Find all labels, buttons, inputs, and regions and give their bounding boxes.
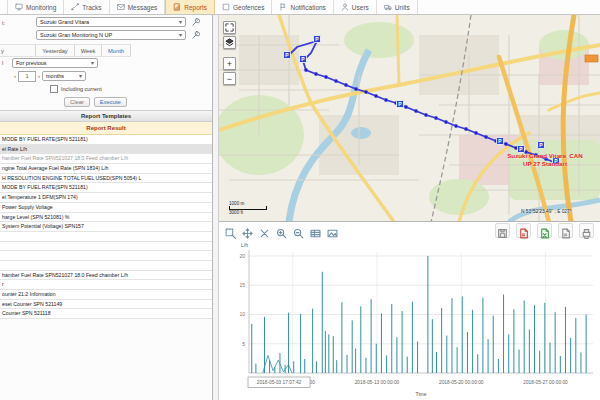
report-result-row[interactable] <box>0 251 212 261</box>
table-icon[interactable] <box>310 225 321 236</box>
svg-text:2018-05-27 00:00:00: 2018-05-27 00:00:00 <box>523 380 568 385</box>
export-image-icon[interactable] <box>327 225 338 236</box>
report-result-row[interactable]: H RESOLUTION ENGINE TOTAL FUEL USED(SPN … <box>0 174 212 184</box>
zoom-in-icon[interactable] <box>276 225 287 236</box>
geofences-icon <box>222 3 230 12</box>
map-scale-imperial: 3000 ft <box>229 210 267 215</box>
chevron-down-icon: ▾ <box>79 73 82 79</box>
report-result-row[interactable]: eset Counter SPN 521149 <box>0 300 212 310</box>
file-excel-icon[interactable] <box>537 223 552 238</box>
tab-messages[interactable]: Messages <box>110 0 166 14</box>
tab-label: Messages <box>128 4 158 11</box>
report-result-list: MODE BY FUEL RATE(SPN 521181)el Rate L/h… <box>0 135 212 319</box>
chevron-down-icon: ▾ <box>179 19 182 25</box>
stepper-increment[interactable]: › <box>38 73 40 79</box>
including-current-row: Including current <box>50 85 102 93</box>
messages-icon <box>117 3 125 12</box>
tab-users[interactable]: Users <box>334 0 377 14</box>
map-canvas[interactable]: PPPPPPPP Suzuki Grand Vitara_CANUP 27 St… <box>219 15 600 222</box>
stepper-decrement[interactable]: ‹ <box>14 73 16 79</box>
tab-units[interactable]: Units <box>377 0 418 14</box>
report-settings-panel: t: Suzuki Grand Vitara ▾ Suzuki Gran Mon… <box>0 15 213 400</box>
report-result-row[interactable]: Power Supply Voltage <box>0 203 212 213</box>
tab-reports[interactable]: Reports <box>165 0 215 14</box>
zoom-out-icon[interactable] <box>293 225 304 236</box>
report-result-row[interactable]: harge Level (SPN 521081) % <box>0 213 212 223</box>
interval-unit-value: months <box>46 73 79 79</box>
chart-panel: 2015105L/h2018-05-06 00:00:002018-05-13 … <box>219 222 600 400</box>
report-action-buttons: Clear Execute <box>64 97 127 107</box>
report-result-row[interactable]: Counter SPN 521118 <box>0 309 212 319</box>
report-result-row[interactable]: el Rate L/h <box>0 145 212 155</box>
report-result-row[interactable]: MODE BY FUEL RATE(SPN 521181) <box>0 183 212 193</box>
report-result-row[interactable]: MODE BY FUEL RATE(SPN 521181) <box>0 135 212 145</box>
save-icon[interactable] <box>495 223 510 238</box>
interval-tab-y[interactable]: y <box>0 45 36 56</box>
unit-select[interactable]: Suzuki Grand Vitara ▾ <box>36 17 186 27</box>
including-current-checkbox[interactable] <box>50 85 58 93</box>
file-csv-icon[interactable] <box>558 223 573 238</box>
svg-text:2018-05-13 00:00:00: 2018-05-13 00:00:00 <box>355 380 400 385</box>
print-icon[interactable] <box>579 223 594 238</box>
for-previous-select[interactable]: For previous ▾ <box>12 58 98 68</box>
interval-quick-tabs: yYesterdayWeekMonth <box>0 44 131 57</box>
svg-text:20: 20 <box>239 253 245 259</box>
report-result-header[interactable]: Report Result <box>0 122 212 135</box>
tab-label: Monitoring <box>26 4 56 11</box>
chevron-down-icon: ▾ <box>91 60 94 66</box>
report-result-row[interactable]: hamber Fuel Rate SPN521027 18.0 Feed cha… <box>0 271 212 281</box>
reset-zoom-icon[interactable] <box>259 225 270 236</box>
fuel-rate-chart[interactable]: 2015105L/h2018-05-06 00:00:002018-05-13 … <box>219 238 600 400</box>
svg-text:2018-05-20 00:00:00: 2018-05-20 00:00:00 <box>439 380 484 385</box>
map-fullscreen-button[interactable] <box>223 21 236 34</box>
tab-label: Notifications <box>290 4 325 11</box>
tab-notifications[interactable]: Notifications <box>272 0 333 14</box>
tracks-icon <box>71 3 79 12</box>
top-tab-bar: MonitoringTracksMessagesReportsGeofences… <box>0 0 600 15</box>
svg-text:UP 27 Standart: UP 27 Standart <box>523 160 567 167</box>
users-icon <box>341 3 349 12</box>
template-select[interactable]: Suzuki Gran Monitoring N UP ▾ <box>36 30 186 40</box>
tab-monitoring[interactable]: Monitoring <box>7 0 64 14</box>
file-pdf-icon[interactable] <box>516 223 531 238</box>
map-container[interactable]: PPPPPPPP Suzuki Grand Vitara_CANUP 27 St… <box>219 15 600 222</box>
pan-icon[interactable] <box>242 225 253 236</box>
report-result-row[interactable] <box>0 242 212 252</box>
report-templates-header: Report Templates <box>0 110 212 122</box>
units-icon <box>384 3 392 12</box>
report-result-row[interactable] <box>0 232 212 242</box>
tab-tracks[interactable]: Tracks <box>64 0 109 14</box>
interval-label-fragment: l <box>2 60 3 66</box>
marquee-zoom-icon[interactable] <box>225 225 236 236</box>
interval-tab-yesterday[interactable]: Yesterday <box>36 45 75 56</box>
chevron-down-icon: ▾ <box>179 32 182 38</box>
template-select-value: Suzuki Gran Monitoring N UP <box>40 32 179 38</box>
reports-icon <box>173 3 181 12</box>
map-zoom-in-button[interactable]: + <box>223 57 236 70</box>
stepper-value[interactable]: 1 <box>18 71 36 82</box>
map-layers-button[interactable] <box>223 36 236 49</box>
report-result-row[interactable]: System Potential (Voltage) SPN157 <box>0 222 212 232</box>
monitoring-icon <box>15 3 23 12</box>
unit-settings-wrench-icon[interactable] <box>191 18 200 27</box>
clear-button[interactable]: Clear <box>64 97 90 107</box>
execute-button[interactable]: Execute <box>94 97 127 107</box>
svg-text:Suzuki Grand Vitara_CAN: Suzuki Grand Vitara_CAN <box>507 152 583 159</box>
template-settings-wrench-icon[interactable] <box>191 31 200 40</box>
svg-text:5: 5 <box>242 341 245 347</box>
tab-label: Reports <box>184 4 207 11</box>
unit-select-value: Suzuki Grand Vitara <box>40 19 179 25</box>
map-zoom-out-button[interactable]: − <box>223 72 236 85</box>
interval-unit-select[interactable]: months ▾ <box>42 71 86 81</box>
report-result-row[interactable]: ngine Total Average Fuel Rate (SPN 1834)… <box>0 164 212 174</box>
interval-tab-month[interactable]: Month <box>102 45 131 56</box>
report-result-row[interactable]: hamber Fuel Rate SPN521027 18.0 Feed cha… <box>0 154 212 164</box>
report-result-row[interactable]: el Temperature 1 DFM(SPN 174) <box>0 193 212 203</box>
tab-label: Users <box>352 4 369 11</box>
report-result-row[interactable]: r <box>0 280 212 290</box>
interval-tab-week[interactable]: Week <box>75 45 102 56</box>
report-result-row[interactable] <box>0 261 212 271</box>
tab-geofences[interactable]: Geofences <box>215 0 272 14</box>
svg-text:10: 10 <box>239 311 245 317</box>
report-result-row[interactable]: ounter 21.2 Information <box>0 290 212 300</box>
